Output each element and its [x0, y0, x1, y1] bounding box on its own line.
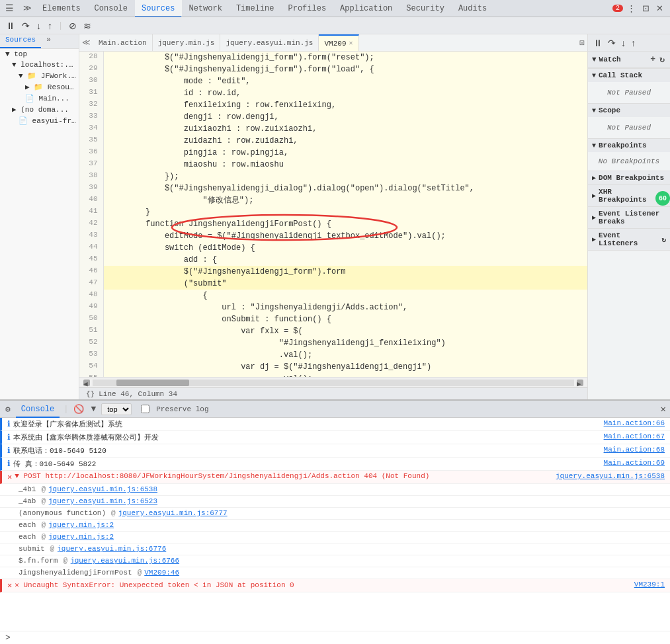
scroll-left[interactable]: ◀ [83, 380, 90, 386]
line-number-35[interactable]: 35 [79, 135, 103, 147]
line-content-49[interactable]: url : "Jingshenyalidengji/Adds.action", [103, 302, 587, 313]
code-scroll[interactable]: 28 $("#Jingshenyalidengji_form").form("r… [79, 52, 587, 377]
console-row[interactable]: ℹ传 真：010-5649 5822Main.action:69 [0, 458, 670, 471]
nav-tab-elements[interactable]: Elements [36, 0, 88, 17]
dom-breakpoints-header[interactable]: ▶ DOM Breakpoints [588, 171, 670, 184]
console-row[interactable]: _4b1@jquery.easyui.min.js:6538 [0, 484, 670, 496]
nav-tab-network[interactable]: Network [182, 0, 229, 17]
console-content[interactable]: ℹ欢迎登录【广东省体质测试】系统Main.action:66ℹ本系统由【鑫东华腾… [0, 418, 670, 631]
step-over-r-button[interactable]: ↷ [605, 36, 618, 50]
code-editor[interactable]: 28 $("#Jingshenyalidengji_form").form("r… [79, 52, 587, 399]
line-content-47[interactable]: ("submit" [103, 278, 587, 290]
scrollbar-thumb[interactable] [116, 380, 188, 386]
tree-item-resou[interactable]: ▶ 📁 Resou... [0, 81, 79, 93]
undock-button[interactable]: ⊡ [640, 2, 652, 15]
line-number-42[interactable]: 42 [79, 218, 103, 230]
nav-tab-sources[interactable]: Sources [135, 0, 182, 17]
nav-sidebar-toggle[interactable]: ☰ [0, 3, 19, 14]
line-content-52[interactable]: "#Jingshenyalidengji_fenxileixing") [103, 337, 587, 349]
line-content-41[interactable]: } [103, 206, 587, 218]
line-number-31[interactable]: 31 [79, 87, 103, 99]
console-row[interactable]: ℹ本系统由【鑫东华腾体质器械有限公司】开发Main.action:67 [0, 431, 670, 444]
line-number-44[interactable]: 44 [79, 242, 103, 254]
event-listeners-refresh[interactable]: ↻ [661, 235, 666, 244]
curly-braces-icon[interactable]: {} [86, 390, 95, 398]
line-number-55[interactable]: 55 [79, 373, 103, 377]
tree-item-top[interactable]: ▼ top [0, 49, 79, 60]
watch-refresh-button[interactable]: ↻ [658, 54, 666, 65]
line-content-42[interactable]: function JingshenyalidengjiFormPost() { [103, 218, 587, 230]
event-listeners-header[interactable]: ▶ Event Listeners ↻ [588, 229, 670, 250]
h-scrollbar[interactable] [93, 380, 574, 386]
scope-header[interactable]: ▼ Scope [588, 104, 670, 117]
nav-tab-application[interactable]: Application [333, 0, 399, 17]
close-devtools-button[interactable]: ✕ [653, 2, 666, 15]
line-number-53[interactable]: 53 [79, 349, 103, 361]
line-number-51[interactable]: 51 [79, 325, 103, 337]
console-input[interactable] [15, 633, 665, 643]
clear-console-icon[interactable]: 🚫 [72, 403, 85, 416]
line-content-51[interactable]: var fxlx = $( [103, 325, 587, 337]
tree-item-easyui-fra[interactable]: 📄 easyui-fra... [0, 115, 79, 126]
console-row[interactable]: _4ab@jquery.easyui.min.js:6523 [0, 496, 670, 508]
console-tab[interactable]: Console [16, 401, 60, 418]
nav-tab-security[interactable]: Security [399, 0, 452, 17]
tree-item-jfwork[interactable]: ▼ 📁 JFWork... [0, 70, 79, 81]
line-number-37[interactable]: 37 [79, 159, 103, 171]
stack-link[interactable]: jquery.min.js:2 [48, 533, 114, 541]
line-content-45[interactable]: add : { [103, 254, 587, 266]
line-number-39[interactable]: 39 [79, 182, 103, 194]
line-number-30[interactable]: 30 [79, 75, 103, 87]
line-number-28[interactable]: 28 [79, 52, 103, 63]
line-content-32[interactable]: fenxileixing : row.fenxileixing, [103, 99, 587, 111]
step-over-button[interactable]: ↷ [20, 19, 32, 32]
tree-item-main[interactable]: 📄 Main... [0, 93, 79, 104]
stack-link[interactable]: jquery.easyui.min.js:6776 [57, 545, 166, 553]
step-into-button[interactable]: ↓ [34, 19, 43, 32]
more-button[interactable]: ⋮ [624, 2, 638, 15]
stack-link[interactable]: jquery.easyui.min.js:6538 [48, 485, 157, 493]
line-content-29[interactable]: $("#Jingshenyalidengji_form").form("load… [103, 63, 587, 75]
console-row[interactable]: JingshenyalidengjiFormPost@VM209:46 [0, 567, 670, 579]
line-content-38[interactable]: }); [103, 171, 587, 182]
breakpoints-header[interactable]: ▼ Breakpoints [588, 139, 670, 152]
file-tabs-right-icon[interactable]: ⊡ [579, 38, 587, 48]
call-stack-header[interactable]: ▼ Call Stack [588, 69, 670, 82]
watch-header[interactable]: ▼ Watch + ↻ [588, 52, 670, 68]
pause-resume-button[interactable]: ⏸ [591, 36, 605, 50]
nav-tab-console[interactable]: Console [88, 0, 135, 17]
line-number-32[interactable]: 32 [79, 99, 103, 111]
file-tab-close-vm209[interactable]: ✕ [349, 35, 353, 52]
line-number-33[interactable]: 33 [79, 111, 103, 123]
console-settings-icon[interactable]: ⚙ [4, 403, 12, 416]
line-number-54[interactable]: 54 [79, 361, 103, 373]
step-into-r-button[interactable]: ↓ [618, 36, 628, 50]
line-content-54[interactable]: var dj = $("#Jingshenyalidengji_dengji") [103, 361, 587, 373]
line-content-53[interactable]: .val(); [103, 349, 587, 361]
step-out-button[interactable]: ↑ [46, 19, 54, 32]
line-content-48[interactable]: { [103, 290, 587, 302]
async-button[interactable]: ≋ [81, 19, 93, 32]
line-number-50[interactable]: 50 [79, 313, 103, 325]
console-close-button[interactable]: ✕ [661, 403, 666, 415]
console-row[interactable]: each@jquery.min.js:2 [0, 532, 670, 543]
line-number-52[interactable]: 52 [79, 337, 103, 349]
console-src[interactable]: Main.action:67 [604, 432, 665, 440]
nav-more-left[interactable]: ≫ [19, 3, 36, 13]
event-listener-breaks-header[interactable]: ▶ Event Listener Breaks [588, 207, 670, 228]
console-row[interactable]: ✕✕ Uncaught SyntaxError: Unexpected toke… [0, 579, 670, 592]
line-number-40[interactable]: 40 [79, 194, 103, 206]
line-content-34[interactable]: zuixiaozhi : row.zuixiaozhi, [103, 123, 587, 135]
console-row[interactable]: (anonymous function)@jquery.easyui.min.j… [0, 508, 670, 520]
step-out-r-button[interactable]: ↑ [628, 36, 638, 50]
console-src[interactable]: VM239:1 [634, 581, 665, 588]
file-tabs-more[interactable]: ≪ [79, 38, 93, 48]
line-content-39[interactable]: $("#Jingshenyalidengji_dialog").dialog("… [103, 182, 587, 194]
pause-button[interactable]: ⏸ [4, 19, 17, 32]
stack-link[interactable]: VM209:46 [144, 569, 179, 577]
tree-item-localhost[interactable]: ▼ localhost:... [0, 60, 79, 70]
console-row[interactable]: each@jquery.min.js:2 [0, 520, 670, 532]
line-content-43[interactable]: editMode = $("#Jingshenyalidengji_textbo… [103, 230, 587, 242]
stack-link[interactable]: jquery.min.js:2 [48, 521, 114, 529]
preserve-log-checkbox[interactable] [141, 405, 149, 413]
